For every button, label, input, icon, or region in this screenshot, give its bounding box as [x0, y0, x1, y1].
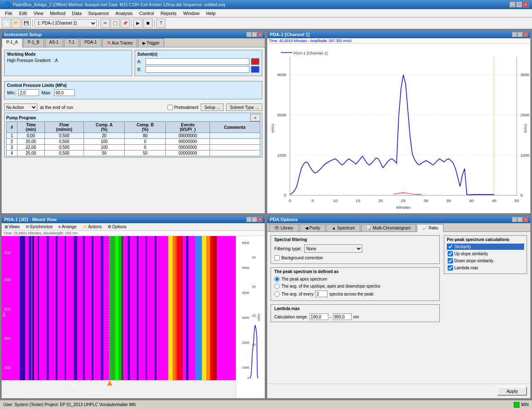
menu-edit[interactable]: Edit — [16, 10, 30, 17]
pda-options-content: Spectral filtering Filtering type: None … — [267, 232, 530, 384]
radio-avg-every-input[interactable] — [274, 291, 280, 297]
pda1-close-btn[interactable]: ✕ — [523, 32, 528, 37]
max-pressure-input[interactable] — [54, 89, 75, 96]
stop-btn[interactable]: ⏹ — [143, 19, 153, 28]
tab-multi-chrom[interactable]: 📊 Multi-Chromatogram — [361, 224, 416, 232]
svg-text:35: 35 — [446, 198, 451, 203]
solvent-b-input[interactable] — [145, 66, 250, 73]
lambda-label: Lambda max — [454, 266, 478, 270]
min-pressure-input[interactable] — [18, 89, 39, 96]
heatmap-container: 200 250 300 350 400 nm 0 10 20 30 40 50 — [2, 236, 236, 398]
pretreatment-checkbox[interactable]: Pretreatment — [167, 105, 198, 110]
menu-window[interactable]: Window — [180, 10, 203, 17]
pressure-row: Min: Max: — [7, 89, 259, 96]
pda1-minimize-btn[interactable]: _ — [512, 32, 517, 37]
cut-btn[interactable]: ✂ — [101, 19, 110, 28]
lambda-min-input[interactable] — [310, 313, 328, 320]
menu-view[interactable]: View — [30, 10, 47, 17]
save-btn[interactable]: 💾 — [22, 19, 31, 28]
run-btn[interactable]: ▶ — [133, 19, 143, 28]
apply-button[interactable]: Apply — [497, 387, 527, 396]
library-icon: 📚 — [274, 226, 279, 230]
cell-comments — [210, 139, 260, 145]
svg-text:40: 40 — [132, 383, 137, 388]
per-peak-downslope[interactable]: Down slope similarity — [447, 258, 524, 264]
tab-aux[interactable]: ✕ Aux Traces — [102, 38, 137, 47]
pda3d-info: Time: 29,8991 Minutes, Wavelength: 200 n… — [2, 231, 265, 236]
per-peak-upslope[interactable]: Up slope similarity — [447, 251, 524, 257]
synchronize-btn[interactable]: ⟳ Synchronize — [25, 224, 54, 229]
pda1-titlebar: PDA-1 [Channel 1] _ □ ✕ — [267, 31, 530, 38]
tab-purity[interactable]: ◀ Purity — [300, 224, 326, 232]
menu-reports[interactable]: Reports — [157, 10, 180, 17]
setup-maximize-btn[interactable]: □ — [252, 32, 257, 37]
radio-apex-input[interactable] — [274, 276, 280, 282]
menu-sequence[interactable]: Sequence — [85, 10, 112, 17]
channel-select[interactable]: 1: PDA-1 [Channel 1] — [34, 19, 97, 27]
pda1-maximize-btn[interactable]: □ — [517, 32, 522, 37]
radio-avg-slopes-input[interactable] — [274, 283, 280, 289]
menu-method[interactable]: Method — [47, 10, 69, 17]
svg-rect-50 — [128, 236, 130, 380]
open-btn[interactable]: 📂 — [12, 19, 21, 28]
filter-type-select[interactable]: None — [304, 244, 362, 253]
bg-correction-checkbox[interactable] — [274, 255, 280, 261]
tab-p1b[interactable]: P-1_B — [23, 38, 44, 47]
pda1-svg: PDA-1 [Channel 1] 3000 2000 1000 0 mAU 3… — [267, 44, 530, 213]
options-3d-btn[interactable]: ⚙ Options — [106, 224, 128, 229]
options-minimize-btn[interactable]: _ — [512, 217, 517, 222]
solvent-b-color — [251, 66, 259, 73]
arrange-btn[interactable]: ≡ Arrange — [57, 224, 78, 229]
solvent-type-btn[interactable]: Solvent Type ... — [226, 103, 262, 111]
lambda-max-input[interactable] — [333, 313, 352, 320]
ratio-icon: 📈 — [422, 226, 427, 230]
svg-text:1000: 1000 — [277, 153, 286, 158]
svg-text:1000: 1000 — [242, 366, 249, 370]
status-text: User: System (Tester) Project: EP 01_201… — [3, 402, 135, 407]
setup-minimize-btn[interactable]: _ — [246, 32, 251, 37]
actions-btn[interactable]: ⚡ Actions — [81, 224, 103, 229]
menu-analysis[interactable]: Analysis — [112, 10, 136, 17]
tab-pda1[interactable]: PDA-1 — [80, 38, 101, 47]
pda3d-close-btn[interactable]: ✕ — [257, 217, 262, 222]
setup-btn[interactable]: Setup ... — [201, 103, 224, 111]
views-btn[interactable]: ⊞ Views — [3, 224, 21, 229]
end-action-select[interactable]: No Action — [4, 103, 37, 111]
tab-spectrum[interactable]: ▲ Spectrum — [326, 224, 360, 232]
copy-btn[interactable]: 📋 — [111, 19, 120, 28]
new-btn[interactable]: 📄 — [2, 19, 11, 28]
solvent-a-input[interactable] — [145, 58, 250, 65]
downslope-checkbox[interactable] — [448, 258, 453, 264]
lambda-checkbox[interactable] — [448, 265, 453, 271]
tab-ratio[interactable]: 📈 Ratio — [417, 224, 443, 232]
pump-collapse-btn[interactable]: « — [250, 114, 260, 121]
menu-control[interactable]: Control — [136, 10, 157, 17]
close-btn[interactable]: ✕ — [523, 2, 529, 7]
paste-btn[interactable]: 📌 — [121, 19, 130, 28]
tab-p1a[interactable]: P-1_A — [2, 38, 22, 47]
options-close-btn[interactable]: ✕ — [523, 217, 528, 222]
similarity-checkbox[interactable] — [448, 244, 453, 249]
help-icon-btn[interactable]: ? — [156, 19, 165, 28]
per-peak-similarity[interactable]: Similarity — [447, 244, 524, 250]
pretreatment-check[interactable] — [167, 105, 173, 110]
options-right-panel: Per-peak spectrum calculations Similarit… — [444, 235, 527, 380]
maximize-btn[interactable]: □ — [516, 2, 522, 7]
options-maximize-btn[interactable]: □ — [517, 217, 522, 222]
tab-as1[interactable]: AS-1 — [45, 38, 63, 47]
minimize-btn[interactable]: _ — [510, 2, 515, 7]
pda3d-maximize-btn[interactable]: □ — [252, 217, 257, 222]
avg-every-value[interactable] — [315, 291, 328, 297]
per-peak-lambda[interactable]: Lambda max — [447, 265, 524, 271]
svg-text:2000: 2000 — [242, 341, 249, 345]
tab-trigger[interactable]: ▶ Trigger — [138, 38, 164, 47]
setup-close-btn[interactable]: ✕ — [257, 32, 262, 37]
menu-data[interactable]: Data — [69, 10, 85, 17]
svg-rect-53 — [155, 236, 156, 380]
tab-t1[interactable]: T-1 — [64, 38, 79, 47]
upslope-checkbox[interactable] — [448, 251, 453, 256]
tab-library[interactable]: 📚 Library — [269, 224, 299, 232]
menu-help[interactable]: Help — [203, 10, 219, 17]
menu-file[interactable]: File — [2, 10, 16, 17]
pda3d-minimize-btn[interactable]: _ — [246, 217, 251, 222]
